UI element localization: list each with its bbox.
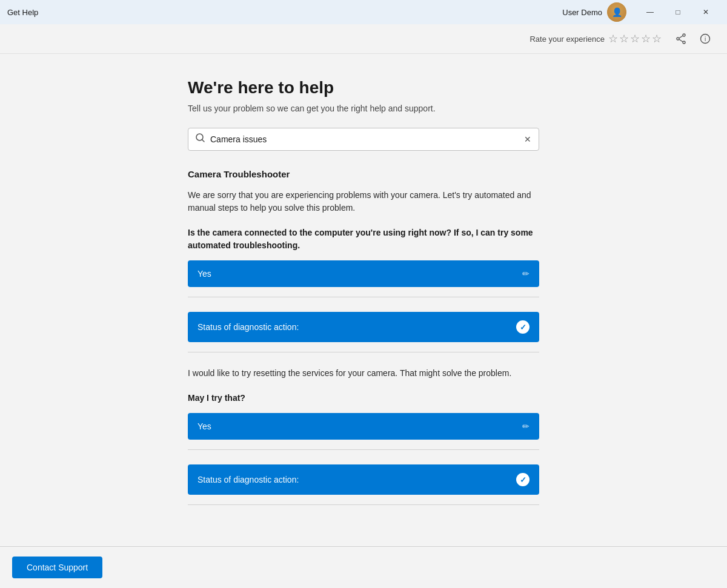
share-button[interactable] <box>671 29 691 48</box>
search-input[interactable] <box>210 134 519 144</box>
star-5[interactable]: ☆ <box>652 32 662 45</box>
diagnostic-status-1-button[interactable]: Status of diagnostic action: ✓ <box>188 312 539 342</box>
answer-1-label: Yes <box>198 269 211 279</box>
info-button[interactable]: i <box>695 29 715 48</box>
svg-line-4 <box>679 39 683 42</box>
user-section: User Demo 👤 <box>562 2 626 22</box>
reset-text: I would like to try resetting the servic… <box>188 367 539 380</box>
answer-1-button[interactable]: Yes ✏ <box>188 260 539 287</box>
intro-text: We are sorry that you are experiencing p… <box>188 189 539 214</box>
search-icon <box>196 133 205 145</box>
checkmark-2: ✓ <box>516 473 529 486</box>
divider-3 <box>188 449 539 450</box>
divider-2 <box>188 352 539 352</box>
diagnostic-status-1-label: Status of diagnostic action: <box>198 322 299 332</box>
divider-4 <box>188 504 539 505</box>
svg-text:i: i <box>705 36 706 42</box>
share-icon <box>676 33 686 44</box>
star-4[interactable]: ☆ <box>641 32 651 45</box>
svg-point-2 <box>677 38 679 40</box>
checkmark-1: ✓ <box>516 320 529 334</box>
question-2: May I try that? <box>188 392 539 405</box>
answer-2-label: Yes <box>198 421 211 431</box>
title-bar-left: Get Help <box>7 8 38 17</box>
rate-label: Rate your experience <box>529 35 605 44</box>
pencil-icon-2: ✏ <box>522 421 529 431</box>
avatar-image: 👤 <box>607 2 626 22</box>
pencil-icon-1: ✏ <box>522 269 529 279</box>
divider-1 <box>188 297 539 297</box>
avatar: 👤 <box>607 2 626 22</box>
rate-section: Rate your experience ☆ ☆ ☆ ☆ ☆ <box>529 32 662 45</box>
troubleshooter-title: Camera Troubleshooter <box>188 169 539 179</box>
svg-point-1 <box>683 41 685 44</box>
star-1[interactable]: ☆ <box>608 32 618 45</box>
main-content: We're here to help Tell us your problem … <box>0 54 727 546</box>
maximize-button[interactable]: □ <box>664 2 692 22</box>
star-3[interactable]: ☆ <box>630 32 640 45</box>
svg-line-3 <box>679 36 683 38</box>
top-bar-icons: i <box>671 29 715 48</box>
page-subtitle: Tell us your problem so we can get you t… <box>188 104 539 113</box>
star-2[interactable]: ☆ <box>619 32 629 45</box>
search-clear-button[interactable]: ✕ <box>524 134 531 144</box>
info-icon: i <box>700 33 711 44</box>
window-controls: — □ ✕ <box>636 2 720 22</box>
search-box: ✕ <box>188 128 539 151</box>
content-container: We're here to help Tell us your problem … <box>176 78 551 505</box>
user-name: User Demo <box>562 8 602 17</box>
minimize-button[interactable]: — <box>636 2 664 22</box>
svg-point-0 <box>683 34 685 36</box>
diagnostic-status-2-label: Status of diagnostic action: <box>198 475 299 484</box>
contact-support-button[interactable]: Contact Support <box>12 557 102 578</box>
title-bar: Get Help User Demo 👤 — □ ✕ <box>0 0 727 24</box>
star-rating[interactable]: ☆ ☆ ☆ ☆ ☆ <box>608 32 662 45</box>
app-title: Get Help <box>7 8 38 17</box>
svg-line-8 <box>202 140 205 142</box>
footer: Contact Support <box>0 546 727 588</box>
answer-2-button[interactable]: Yes ✏ <box>188 413 539 440</box>
diagnostic-status-2-button[interactable]: Status of diagnostic action: ✓ <box>188 464 539 495</box>
page-title: We're here to help <box>188 78 539 97</box>
top-bar: Rate your experience ☆ ☆ ☆ ☆ ☆ i <box>0 24 727 54</box>
question-1: Is the camera connected to the computer … <box>188 226 539 252</box>
search-svg <box>196 133 205 143</box>
close-button[interactable]: ✕ <box>692 2 720 22</box>
